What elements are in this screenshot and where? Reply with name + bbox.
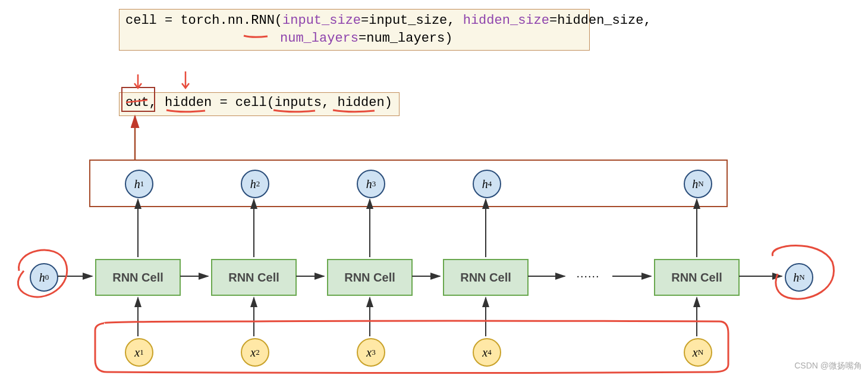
x-sub-3: 3 [372,348,376,357]
h-sub-1: 1 [140,179,144,189]
h-var-N-top: h [692,177,698,191]
x-node-2: x2 [241,338,269,367]
h-sub-4: 4 [488,179,492,189]
h-var-0: h [39,271,45,285]
code-arg-input-size: input_size [282,13,361,28]
x-sub-2: 2 [256,348,260,357]
h-sub-N-top: N [698,179,703,189]
code-box-rnn-call: out, hidden = cell(inputs, hidden) [119,92,400,116]
h-node-0: h0 [30,263,58,292]
code-eq-3: =num_layers) [358,31,452,46]
h-node-3: h3 [357,170,385,198]
h-node-N-right: hN [785,263,813,292]
h-node-N-top: hN [684,170,712,198]
h-var-2: h [250,177,256,191]
x-node-1: x1 [125,338,153,367]
h-sub-2: 2 [256,179,260,189]
rnn-cell-5: RNN Cell [654,259,740,296]
x-var-1: x [134,346,140,360]
rnn-cell-4: RNN Cell [443,259,529,296]
x-var-2: x [250,346,256,360]
x-node-N: xN [684,338,712,367]
rnn-cell-1: RNN Cell [95,259,181,296]
h-var-N-right: h [793,271,799,285]
h-sub-0: 0 [45,273,49,282]
h-sub-N-right: N [799,273,804,282]
code-arg-num-layers: num_layers [280,31,358,46]
dots: ······ [577,271,600,283]
h-var-4: h [482,177,488,191]
h-var-1: h [134,177,140,191]
rnn-cell-3: RNN Cell [327,259,413,296]
code-eq-2: =hidden_size, [549,13,652,28]
x-sub-4: 4 [488,348,492,357]
x-node-3: x3 [357,338,385,367]
x-var-N: x [693,346,698,360]
rnn-cell-2: RNN Cell [211,259,297,296]
h-sub-3: 3 [372,179,376,189]
x-sub-N: N [698,348,703,357]
x-sub-1: 1 [140,348,144,357]
x-var-3: x [366,346,372,360]
code-arg-hidden-size: hidden_size [463,13,549,28]
output-rect [89,160,728,207]
code-eq-1: =input_size, [361,13,463,28]
h-node-1: h1 [125,170,153,198]
x-node-4: x4 [473,338,501,367]
x-var-4: x [482,346,488,360]
watermark: CSDN @微扬嘴角 [794,361,862,371]
code-prefix: cell = torch.nn.RNN( [125,13,282,28]
code-box-rnn-constructor: cell = torch.nn.RNN(input_size=input_siz… [119,9,590,51]
code-call-text: out, hidden = cell(inputs, hidden) [125,95,392,110]
h-node-2: h2 [241,170,269,198]
h-var-3: h [366,177,372,191]
h-node-4: h4 [473,170,501,198]
